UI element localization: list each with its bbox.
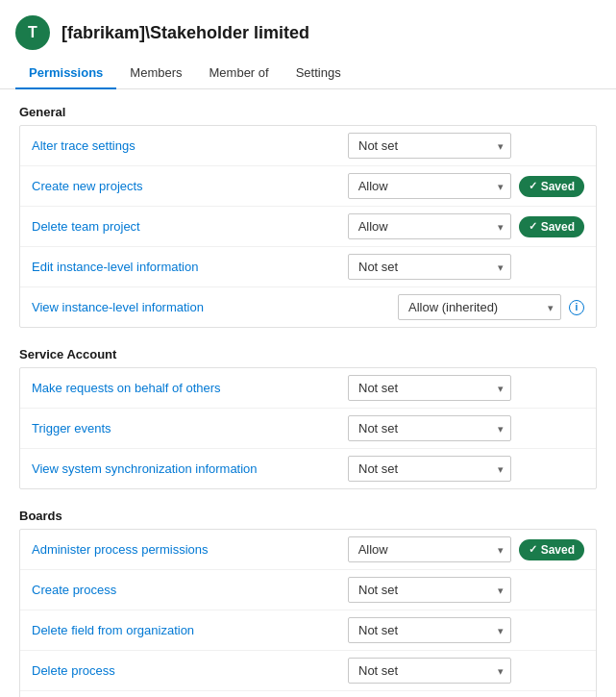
- tab-member-of[interactable]: Member of: [196, 58, 283, 89]
- perm-select-trigger-events[interactable]: Not setAllowDenyAllow (inherited)Not all…: [348, 415, 511, 441]
- saved-badge-administer-process: ✓Saved: [519, 539, 584, 560]
- perm-select-create-process[interactable]: Not setAllowDenyAllow (inherited)Not all…: [348, 577, 511, 603]
- perm-select-wrapper-delete-process: Not setAllowDenyAllow (inherited)Not all…: [348, 658, 511, 684]
- check-icon: ✓: [529, 180, 537, 192]
- perm-select-wrapper-delete-team-project: Not setAllowDenyAllow (inherited)Not all…: [348, 213, 511, 239]
- perm-row-edit-process: Edit processNot setAllowDenyAllow (inher…: [20, 691, 596, 697]
- section-body-general: Alter trace settingsNot setAllowDenyAllo…: [19, 125, 597, 328]
- perm-row-create-process: Create processNot setAllowDenyAllow (inh…: [20, 570, 596, 610]
- perm-label-delete-team-project: Delete team project: [32, 219, 340, 234]
- perm-label-view-sync: View system synchronization information: [32, 461, 340, 476]
- perm-row-delete-process: Delete processNot setAllowDenyAllow (inh…: [20, 651, 596, 691]
- page-header: T [fabrikam]\Stakeholder limited: [0, 0, 616, 58]
- perm-select-wrapper-create-process: Not setAllowDenyAllow (inherited)Not all…: [348, 577, 511, 603]
- perm-label-administer-process: Administer process permissions: [32, 542, 340, 557]
- section-body-boards: Administer process permissionsNot setAll…: [19, 529, 597, 697]
- perm-select-alter-trace[interactable]: Not setAllowDenyAllow (inherited)Not all…: [348, 133, 511, 159]
- perm-select-delete-field[interactable]: Not setAllowDenyAllow (inherited)Not all…: [348, 617, 511, 643]
- saved-label: Saved: [541, 543, 575, 557]
- section-boards: BoardsAdminister process permissionsNot …: [19, 509, 597, 697]
- perm-row-alter-trace: Alter trace settingsNot setAllowDenyAllo…: [20, 126, 596, 166]
- perm-select-administer-process[interactable]: Not setAllowDenyAllow (inherited)Not all…: [348, 536, 511, 562]
- section-header-boards: Boards: [19, 509, 597, 523]
- perm-select-make-requests[interactable]: Not setAllowDenyAllow (inherited)Not all…: [348, 375, 511, 401]
- section-service-account: Service AccountMake requests on behalf o…: [19, 347, 597, 489]
- perm-label-delete-process: Delete process: [32, 663, 340, 678]
- perm-select-edit-instance[interactable]: Not setAllowDenyAllow (inherited)Not all…: [348, 254, 511, 280]
- perm-row-delete-team-project: Delete team projectNot setAllowDenyAllow…: [20, 207, 596, 247]
- tab-settings[interactable]: Settings: [283, 58, 355, 89]
- saved-badge-create-projects: ✓Saved: [519, 176, 584, 197]
- perm-label-make-requests: Make requests on behalf of others: [32, 381, 340, 395]
- perm-label-create-process: Create process: [32, 583, 340, 597]
- perm-select-wrapper-view-sync: Not setAllowDenyAllow (inherited)Not all…: [348, 456, 511, 482]
- perm-row-trigger-events: Trigger eventsNot setAllowDenyAllow (inh…: [20, 409, 596, 449]
- perm-select-wrapper-edit-instance: Not setAllowDenyAllow (inherited)Not all…: [348, 254, 511, 280]
- nav-tabs: PermissionsMembersMember ofSettings: [0, 58, 616, 89]
- perm-row-view-instance: View instance-level informationNot setAl…: [20, 287, 596, 327]
- perm-select-view-instance[interactable]: Not setAllowDenyAllow (inherited)Not all…: [398, 294, 561, 320]
- perm-label-create-projects: Create new projects: [32, 179, 340, 193]
- section-header-general: General: [19, 105, 597, 119]
- perm-select-wrapper-make-requests: Not setAllowDenyAllow (inherited)Not all…: [348, 375, 511, 401]
- perm-label-view-instance: View instance-level information: [32, 300, 390, 314]
- saved-badge-delete-team-project: ✓Saved: [519, 216, 584, 237]
- tab-permissions[interactable]: Permissions: [15, 58, 116, 89]
- perm-row-view-sync: View system synchronization informationN…: [20, 449, 596, 488]
- perm-select-wrapper-delete-field: Not setAllowDenyAllow (inherited)Not all…: [348, 617, 511, 643]
- perm-select-wrapper-view-instance: Not setAllowDenyAllow (inherited)Not all…: [398, 294, 561, 320]
- perm-select-view-sync[interactable]: Not setAllowDenyAllow (inherited)Not all…: [348, 456, 511, 482]
- page-title: [fabrikam]\Stakeholder limited: [62, 23, 309, 43]
- perm-select-delete-process[interactable]: Not setAllowDenyAllow (inherited)Not all…: [348, 658, 511, 684]
- saved-label: Saved: [541, 180, 575, 193]
- perm-label-delete-field: Delete field from organization: [32, 623, 340, 637]
- perm-row-edit-instance: Edit instance-level informationNot setAl…: [20, 247, 596, 287]
- check-icon: ✓: [529, 543, 537, 556]
- perm-label-alter-trace: Alter trace settings: [32, 138, 340, 153]
- saved-label: Saved: [541, 220, 575, 234]
- perm-select-create-projects[interactable]: Not setAllowDenyAllow (inherited)Not all…: [348, 173, 511, 199]
- check-icon: ✓: [529, 220, 537, 233]
- perm-label-edit-instance: Edit instance-level information: [32, 260, 340, 274]
- section-header-service-account: Service Account: [19, 347, 597, 361]
- avatar: T: [15, 15, 50, 50]
- info-icon-view-instance[interactable]: i: [569, 300, 584, 315]
- perm-row-make-requests: Make requests on behalf of othersNot set…: [20, 368, 596, 409]
- perm-select-wrapper-alter-trace: Not setAllowDenyAllow (inherited)Not all…: [348, 133, 511, 159]
- content-area: GeneralAlter trace settingsNot setAllowD…: [0, 89, 616, 697]
- perm-row-create-projects: Create new projectsNot setAllowDenyAllow…: [20, 166, 596, 207]
- perm-select-delete-team-project[interactable]: Not setAllowDenyAllow (inherited)Not all…: [348, 213, 511, 239]
- section-body-service-account: Make requests on behalf of othersNot set…: [19, 367, 597, 489]
- perm-row-delete-field: Delete field from organizationNot setAll…: [20, 610, 596, 651]
- section-general: GeneralAlter trace settingsNot setAllowD…: [19, 105, 597, 328]
- perm-select-wrapper-trigger-events: Not setAllowDenyAllow (inherited)Not all…: [348, 415, 511, 441]
- perm-label-trigger-events: Trigger events: [32, 421, 340, 436]
- perm-select-wrapper-create-projects: Not setAllowDenyAllow (inherited)Not all…: [348, 173, 511, 199]
- tab-members[interactable]: Members: [116, 58, 195, 89]
- perm-select-wrapper-administer-process: Not setAllowDenyAllow (inherited)Not all…: [348, 536, 511, 562]
- perm-row-administer-process: Administer process permissionsNot setAll…: [20, 530, 596, 570]
